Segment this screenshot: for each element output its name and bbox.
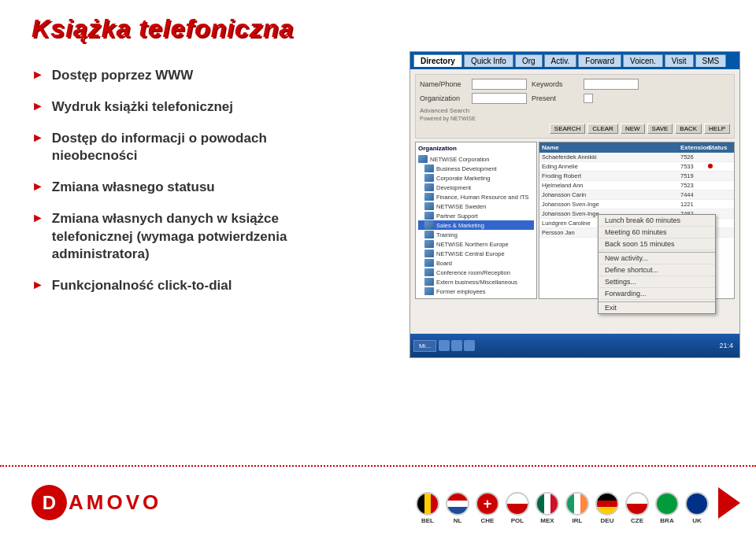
bullet-list: ►Dostęp poprzez WWW►Wydruk książki telef… [32,67,299,309]
context-menu: Lunch break 60 minutesMeeting 60 minutes… [598,214,716,314]
org-item[interactable]: Conference room/Reception [418,268,534,277]
org-item[interactable]: Development [418,183,534,192]
results-row[interactable]: Johansson Sven-Inge1221 [539,200,734,209]
search-btn-clear[interactable]: CLEAR [587,124,618,134]
flag-cze: CZE [625,492,649,524]
results-row[interactable]: Hjelmeland Ann7523 [539,181,734,190]
present-checkbox[interactable] [584,94,593,103]
context-menu-item[interactable]: Exit [598,301,715,313]
logo-text: AMOVO [69,490,161,515]
org-title: Organization [418,145,534,152]
app-content: Name/Phone Keywords Organization Present… [410,69,739,357]
search-btn-back[interactable]: BACK [675,124,702,134]
flag-label-uk: UK [692,517,702,524]
flag-label-deu: DEU [601,517,614,524]
context-menu-item[interactable]: New activity... [598,252,715,264]
bottom-bar: D AMOVO BELNLCHEPOLMEXIRLDEUCZEBRAUK [0,465,756,536]
bullet-item: ►Dostęp do informacji o powodach nieobec… [32,130,299,164]
org-item[interactable]: Board [418,258,534,268]
flag-circle-nl [446,492,469,516]
org-item[interactable]: NETWISE Northern Europe [418,239,534,249]
context-menu-item[interactable]: Forwarding... [598,288,715,300]
app-tab-quickinfo[interactable]: Quick Info [464,54,513,67]
org-item[interactable]: NETWISE Corporation [418,154,534,164]
org-item-icon [424,259,434,267]
taskbar-icon-2 [451,340,462,351]
app-tab-voicen[interactable]: Voicen. [623,54,663,67]
results-row[interactable]: Schaeferdiek Annikki7526 [539,153,734,162]
org-item-icon [424,193,434,201]
bullet-arrow: ► [32,131,44,145]
search-btn-help[interactable]: HELP [704,124,730,134]
bullet-item: ►Zmiana własnych danych w książce telefo… [32,210,299,262]
bullet-text: Zmiana własnego statusu [52,179,215,196]
flag-label-pol: POL [511,517,524,524]
org-item-icon [424,287,434,295]
taskbar-icon-1 [439,340,450,351]
org-item[interactable]: NETWISE Sweden [418,201,534,211]
context-menu-item[interactable]: Lunch break 60 minutes [598,215,715,227]
org-item[interactable]: Former employees [418,286,534,296]
org-item[interactable]: Corporate Marketing [418,173,534,183]
search-btn-new[interactable]: NEW [621,124,645,134]
flag-label-mex: MEX [540,517,554,524]
app-tab-sms[interactable]: SMS [695,54,727,67]
flag-circle-cze [625,492,649,516]
flag-bel: BEL [416,492,439,524]
org-item-icon [424,240,434,248]
bullet-text: Dostęp do informacji o powodach nieobecn… [52,130,299,164]
org-input[interactable] [472,93,527,104]
org-item-icon [424,174,434,182]
search-btn-search[interactable]: SEARCH [550,124,585,134]
advanced-search-link[interactable]: Advanced Search [420,107,730,114]
flag-label-cze: CZE [631,517,643,524]
flag-deu: DEU [595,492,619,524]
keywords-input[interactable] [584,79,639,90]
org-item-icon [424,231,434,238]
flag-circle-mex [536,492,559,516]
results-row[interactable]: Johansson Carin7444 [539,190,734,200]
bullet-item: ►Wydruk książki telefonicznej [32,98,299,116]
flag-nl: NL [446,492,469,524]
flag-circle-bel [416,492,439,516]
name-phone-input[interactable] [472,79,527,90]
app-tab-directory[interactable]: Directory [413,54,462,67]
flag-circle-uk [685,492,709,516]
app-tab-org[interactable]: Org [515,54,543,67]
org-item[interactable]: Partner Support [418,211,534,220]
org-item[interactable]: Business Development [418,164,534,173]
flag-label-che: CHE [481,517,495,524]
taskbar-item: Mi... [413,340,436,352]
flag-circle-irl [565,492,589,516]
org-item[interactable]: Sales & Marketing [418,220,534,230]
org-item[interactable]: Finance, Human Resource and ITS [418,192,534,201]
context-menu-item[interactable]: Define shortcut... [598,264,715,276]
powered-by: Powered by NETWISE [420,116,730,121]
app-tab-activ[interactable]: Activ. [544,54,577,67]
taskbar-icons [439,340,475,351]
org-item[interactable]: NETWISE Central Europe [418,249,534,258]
flag-mex: MEX [536,492,559,524]
search-row-1: Name/Phone Keywords [420,79,730,90]
bullet-arrow: ► [32,278,44,292]
context-menu-item[interactable]: Meeting 60 minutes [598,227,715,238]
flag-uk: UK [685,492,709,524]
flags-row: BELNLCHEPOLMEXIRLDEUCZEBRAUK [416,492,709,524]
app-tabs: DirectoryQuick InfoOrgActiv.ForwardVoice… [410,52,739,69]
bullet-arrow: ► [32,99,44,113]
context-menu-item[interactable]: Settings... [598,276,715,288]
results-row[interactable]: Eding Annelie7533 [539,162,734,172]
org-item-icon [418,155,428,163]
org-item-icon [424,250,434,257]
app-tab-forward[interactable]: Forward [578,54,621,67]
flag-label-bra: BRA [660,517,673,524]
taskbar-clock: 21:4 [719,342,736,349]
org-item-icon [424,202,434,210]
org-item[interactable]: Training [418,230,534,239]
bullet-arrow: ► [32,179,44,194]
results-row[interactable]: Froding Robert7519 [539,172,734,181]
context-menu-item[interactable]: Back soon 15 minutes [598,238,715,250]
app-tab-visit[interactable]: Visit [665,54,694,67]
search-btn-save[interactable]: SAVE [647,124,673,134]
org-item[interactable]: Extern business/Miscellaneous [418,277,534,286]
